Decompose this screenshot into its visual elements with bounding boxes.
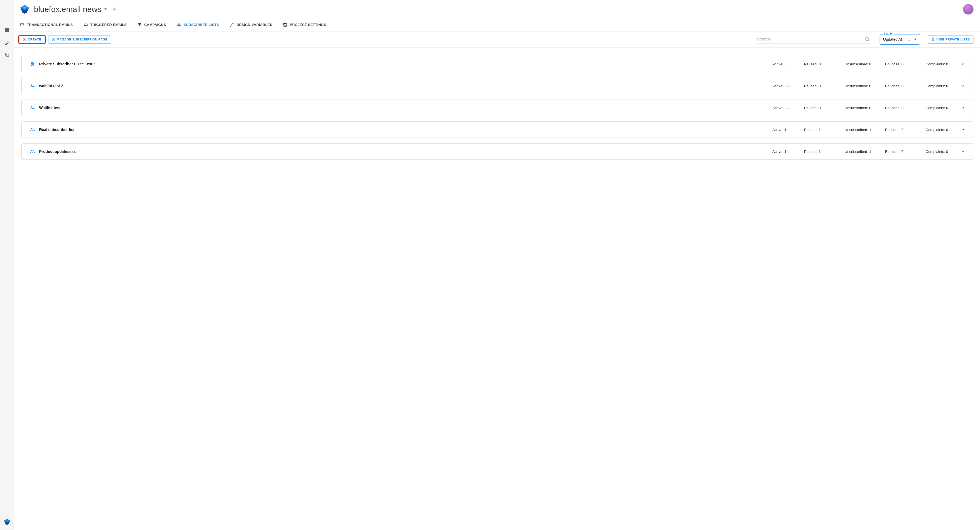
svg-rect-3	[7, 30, 9, 32]
list-name: Private Subscriber List " Test "	[39, 62, 772, 66]
project-title: bluefox.email news	[34, 5, 102, 14]
toolbar: CREATE MANAGE SUBSCRIPTION PAGE Sort By …	[14, 32, 980, 48]
stat-active: Active: 3	[772, 62, 796, 66]
stat-complaints: Complaints: 0	[926, 62, 958, 66]
tab-campaigns[interactable]: CAMPAIGNS	[137, 19, 167, 31]
project-dropdown[interactable]	[104, 8, 107, 11]
stat-active: Active: 1	[772, 149, 796, 154]
tab-icon	[20, 22, 25, 27]
subscriber-list-row[interactable]: Waitlist testActive: 38Paused: 0Unsubscr…	[21, 100, 973, 116]
list-name: Product updatessss	[39, 149, 772, 154]
expand-row-icon[interactable]	[961, 106, 965, 110]
sort-value: Updated At	[883, 37, 905, 41]
tab-label: SUBSCRIBER LISTS	[184, 23, 219, 27]
svg-point-20	[933, 40, 934, 40]
subscriber-list-row[interactable]: Real subscriber listActive: 1Paused: 1Un…	[21, 121, 973, 138]
svg-point-30	[33, 150, 33, 151]
expand-row-icon[interactable]	[961, 84, 965, 88]
tab-subscriber-lists[interactable]: SUBSCRIBER LISTS	[176, 19, 220, 31]
search-field[interactable]	[756, 35, 871, 44]
hide-private-label: HIDE PRIVATE LISTS	[937, 38, 970, 41]
svg-point-19	[932, 40, 933, 40]
svg-point-17	[865, 37, 869, 40]
svg-point-21	[31, 64, 32, 66]
svg-point-26	[33, 106, 33, 108]
subscriber-list-row[interactable]: waitlist test 2Active: 38Paused: 0Unsubs…	[21, 78, 973, 94]
people-icon	[30, 127, 35, 132]
tab-icon	[83, 22, 88, 27]
stat-paused: Paused: 0	[804, 62, 837, 66]
app-logo	[19, 4, 30, 15]
svg-point-28	[33, 128, 33, 129]
svg-point-25	[31, 106, 33, 108]
stat-bounces: Bounces: 0	[885, 106, 918, 110]
hide-private-button[interactable]: HIDE PRIVATE LISTS	[928, 36, 974, 43]
list-stats: Active: 3Paused: 0Unsubscribed: 0Bounces…	[772, 62, 958, 66]
incognito-icon	[931, 38, 935, 41]
svg-rect-0	[5, 28, 7, 30]
list-name: Waitlist test	[39, 106, 772, 110]
stat-bounces: Bounces: 0	[885, 62, 918, 66]
tab-transactional-emails[interactable]: TRANSACTIONAL EMAILS	[19, 19, 73, 31]
chevron-down-icon	[914, 38, 916, 41]
create-button[interactable]: CREATE	[19, 36, 45, 43]
tab-icon	[229, 22, 234, 27]
list-name: Real subscriber list	[39, 127, 772, 132]
user-avatar[interactable]	[963, 4, 974, 14]
tab-design-variables[interactable]: DESIGN VARIABLES	[229, 19, 273, 31]
sort-select[interactable]: Sort By Updated At	[880, 34, 920, 44]
subscriber-list-row[interactable]: Private Subscriber List " Test "Active: …	[21, 56, 973, 72]
svg-point-29	[31, 150, 33, 151]
manage-subscription-label: MANAGE SUBSCRIPTION PAGE	[57, 38, 108, 41]
stat-active: Active: 38	[772, 84, 796, 88]
list-stats: Active: 1Paused: 1Unsubscribed: 1Bounces…	[772, 149, 958, 154]
svg-rect-4	[6, 54, 9, 56]
stat-unsubscribed: Unsubscribed: 0	[845, 84, 877, 88]
sidebar-dashboard-icon[interactable]	[5, 27, 10, 33]
subscriber-lists: Private Subscriber List " Test "Active: …	[14, 48, 980, 168]
stat-unsubscribed: Unsubscribed: 0	[845, 62, 877, 66]
stat-bounces: Bounces: 0	[885, 128, 918, 132]
manage-subscription-button[interactable]: MANAGE SUBSCRIPTION PAGE	[48, 36, 111, 43]
tab-label: DESIGN VARIABLES	[237, 23, 272, 27]
search-input[interactable]	[757, 36, 864, 41]
stat-paused: Paused: 1	[804, 149, 837, 154]
stat-unsubscribed: Unsubscribed: 1	[845, 149, 877, 154]
private-list-icon	[30, 62, 35, 67]
tab-label: CAMPAIGNS	[144, 23, 166, 27]
tab-label: TRANSACTIONAL EMAILS	[27, 23, 73, 27]
search-icon	[864, 36, 870, 42]
sidebar-design-icon[interactable]	[5, 40, 10, 45]
svg-point-27	[31, 128, 33, 130]
plus-circle-icon	[52, 38, 55, 41]
list-stats: Active: 38Paused: 0Unsubscribed: 0Bounce…	[772, 84, 958, 88]
stat-active: Active: 1	[772, 128, 796, 132]
expand-row-icon[interactable]	[961, 62, 965, 66]
expand-row-icon[interactable]	[961, 149, 965, 154]
sort-direction-icon	[907, 38, 911, 41]
sort-by-label: Sort By	[883, 32, 894, 35]
stat-complaints: Complaints: 0	[926, 128, 958, 132]
svg-point-23	[31, 84, 33, 86]
plus-circle-icon	[23, 38, 26, 41]
magic-wand-icon[interactable]	[112, 7, 117, 12]
sidebar-logo-bottom[interactable]	[3, 518, 11, 525]
tab-triggered-emails[interactable]: TRIGGERED EMAILS	[83, 19, 127, 31]
svg-rect-2	[5, 30, 7, 32]
people-icon	[30, 83, 35, 88]
svg-point-14	[179, 24, 181, 25]
sidebar-copy-icon[interactable]	[5, 52, 10, 57]
subscriber-list-row[interactable]: Product updatessssActive: 1Paused: 1Unsu…	[21, 143, 973, 160]
svg-rect-11	[20, 24, 24, 26]
tab-label: TRIGGERED EMAILS	[90, 23, 127, 27]
sidebar	[0, 0, 14, 530]
expand-row-icon[interactable]	[961, 127, 965, 132]
svg-marker-18	[914, 38, 916, 40]
tab-project-settings[interactable]: PROJECT SETTINGS	[282, 19, 327, 31]
svg-rect-1	[7, 28, 9, 30]
tabs: TRANSACTIONAL EMAILSTRIGGERED EMAILSCAMP…	[14, 17, 980, 32]
stat-unsubscribed: Unsubscribed: 1	[845, 128, 877, 132]
svg-point-24	[33, 84, 33, 86]
tab-icon	[137, 22, 142, 27]
tab-icon	[177, 22, 181, 27]
